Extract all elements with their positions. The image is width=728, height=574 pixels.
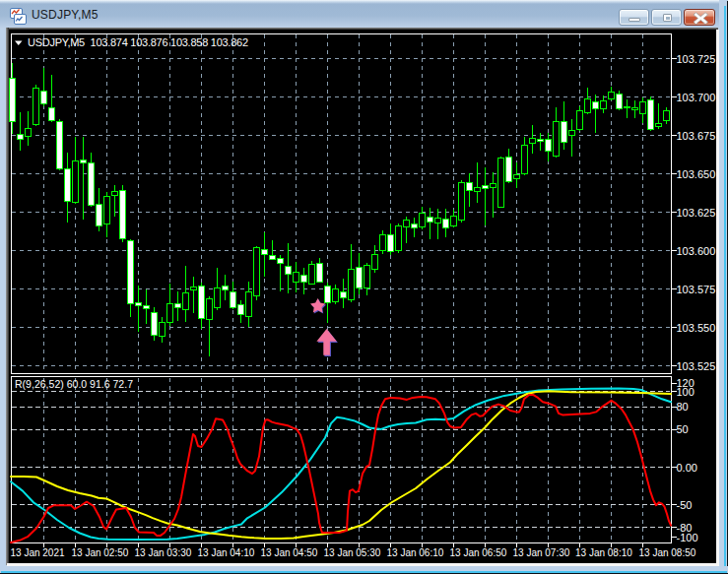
- svg-text:103.675: 103.675: [677, 130, 716, 142]
- svg-text:80: 80: [677, 401, 689, 413]
- svg-text:13 Jan 03:30: 13 Jan 03:30: [135, 547, 192, 558]
- svg-text:13 Jan 07:30: 13 Jan 07:30: [513, 547, 570, 558]
- svg-text:103.600: 103.600: [677, 245, 716, 257]
- svg-text:103.725: 103.725: [677, 53, 716, 65]
- svg-text:100: 100: [677, 386, 695, 398]
- svg-text:103.575: 103.575: [677, 284, 716, 295]
- svg-text:USDJPY,M5 103.874 103.876 103: USDJPY,M5 103.874 103.876 103.858 103.86…: [28, 36, 248, 48]
- svg-text:13 Jan 08:10: 13 Jan 08:10: [575, 547, 632, 558]
- svg-text:R(9,26,52) 60.0 91.6 72.7: R(9,26,52) 60.0 91.6 72.7: [15, 378, 133, 390]
- svg-text:-100: -100: [677, 532, 698, 543]
- svg-text:13 Jan 06:10: 13 Jan 06:10: [387, 547, 444, 558]
- svg-text:13 Jan 04:50: 13 Jan 04:50: [261, 547, 318, 558]
- svg-text:13 Jan 08:50: 13 Jan 08:50: [639, 547, 696, 558]
- svg-text:-50: -50: [677, 499, 693, 511]
- svg-text:103.625: 103.625: [677, 207, 716, 219]
- svg-text:50: 50: [677, 423, 689, 435]
- svg-text:13 Jan 04:10: 13 Jan 04:10: [198, 547, 255, 558]
- svg-text:103.525: 103.525: [677, 360, 716, 372]
- svg-text:13 Jan 2021: 13 Jan 2021: [11, 547, 65, 558]
- svg-text:103.650: 103.650: [677, 168, 716, 180]
- svg-text:13 Jan 02:50: 13 Jan 02:50: [72, 547, 129, 558]
- svg-text:0.00: 0.00: [677, 462, 697, 474]
- svg-text:13 Jan 06:50: 13 Jan 06:50: [450, 547, 507, 558]
- svg-text:13 Jan 05:30: 13 Jan 05:30: [324, 547, 381, 558]
- svg-text:103.700: 103.700: [677, 92, 716, 103]
- svg-text:103.550: 103.550: [677, 322, 716, 334]
